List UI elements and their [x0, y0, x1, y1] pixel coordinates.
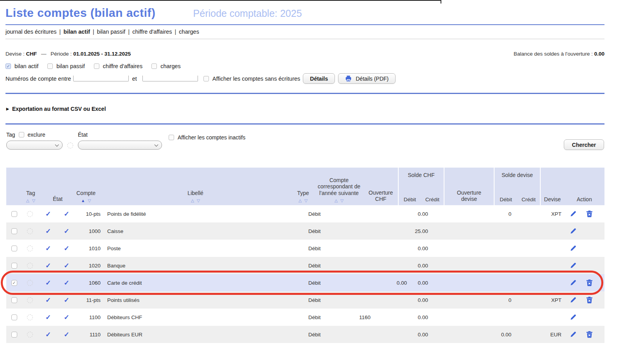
chiffre-affaires-checkbox[interactable] — [94, 63, 99, 69]
export-section-toggle[interactable]: ▶ Exportation au format CSV ou Excel — [6, 106, 604, 112]
details-pdf-label: Détails (PDF) — [356, 76, 389, 82]
nav-item-chiffre-affaires[interactable]: chiffre d'affaires — [132, 29, 172, 35]
tag-circle-icon[interactable] — [27, 314, 33, 320]
sort-desc-icon[interactable]: ▽ — [32, 199, 35, 203]
tag-circle-icon[interactable] — [27, 246, 33, 251]
cell-libelle: Carte de crédit — [102, 280, 301, 286]
header-correspondant: Compte correspondant de l'année suivante… — [315, 168, 364, 205]
nav-separator: | — [59, 29, 61, 35]
balance-value: 0.00 — [594, 51, 604, 57]
export-label: Exportation au format CSV ou Excel — [12, 106, 106, 112]
visible-check-icon: ✓ — [64, 262, 69, 270]
bilan-passif-label: bilan passif — [56, 63, 85, 69]
table-row: ✓✓1010PosteDébit0.00 — [6, 240, 604, 257]
window-top-edge-tick — [441, 0, 441, 4]
header-solde-chf-group: Solde CHF Débit Crédit — [398, 168, 444, 205]
sort-asc-icon[interactable]: △ — [26, 199, 29, 203]
tag-circle-icon[interactable] — [27, 228, 33, 234]
periode-label: Période : — [50, 51, 72, 57]
cell-compte: 10-pts — [74, 211, 102, 217]
table-body: ✓✓10-ptsPoints de fidélitéDébit0.000XPT✓… — [6, 205, 604, 343]
nav-item-journal[interactable]: journal des écritures — [5, 29, 57, 35]
row-select-checkbox[interactable] — [11, 314, 17, 320]
cell-devise: XPT — [540, 211, 563, 217]
details-pdf-button[interactable]: Détails (PDF) — [338, 73, 396, 84]
inactifs-checkbox[interactable] — [169, 135, 174, 140]
details-button[interactable]: Détails — [303, 73, 335, 84]
tag-circle-icon[interactable] — [27, 297, 33, 303]
tag-circle-icon[interactable] — [27, 332, 33, 338]
sort-desc-icon[interactable]: ▽ — [304, 199, 308, 203]
window-top-edge — [0, 0, 441, 1]
edit-icon[interactable] — [570, 296, 577, 303]
currency-period-info: Devise : CHF — Période : 01.01.2025 - 31… — [5, 51, 131, 57]
sort-asc-icon[interactable]: △ — [191, 199, 194, 203]
cell-libelle: Caisse — [102, 228, 301, 234]
table-row: ✓✓1110Débiteurs EURDébit0.000.00EUR — [6, 326, 604, 343]
sort-asc-icon[interactable]: △ — [299, 199, 302, 203]
sans-ecritures-checkbox[interactable] — [203, 76, 209, 81]
nav-item-bilan-passif[interactable]: bilan passif — [97, 29, 126, 35]
sort-desc-icon[interactable]: ▽ — [340, 199, 344, 203]
sort-desc-icon[interactable]: ▽ — [197, 199, 200, 203]
cell-solde-chf-debit: 0.00 — [411, 211, 434, 217]
tag-circle-icon[interactable] — [27, 211, 33, 217]
header-solde-devise-group: Solde devise Débit Crédit — [494, 168, 540, 205]
visible-check-icon: ✓ — [64, 227, 69, 235]
nav-item-charges[interactable]: charges — [179, 29, 199, 35]
cell-solde-chf-debit: 0.00 — [411, 263, 434, 269]
delete-icon[interactable] — [586, 210, 593, 217]
header-compte: Compte ▲▽ — [73, 168, 99, 205]
compte-to-input[interactable] — [142, 76, 198, 81]
row-select-checkbox[interactable] — [11, 228, 17, 234]
cell-correspondant: 1160 — [325, 314, 376, 320]
active-check-icon: ✓ — [45, 313, 51, 321]
edit-icon[interactable] — [570, 331, 577, 338]
row-select-checkbox[interactable] — [11, 263, 17, 269]
sort-asc-icon[interactable]: ▲ — [81, 199, 85, 203]
nav-separator: | — [175, 29, 176, 35]
cell-compte: 1060 — [74, 280, 102, 286]
tag-color-circle-icon[interactable] — [67, 143, 73, 148]
row-select-checkbox[interactable] — [11, 297, 17, 303]
bilan-passif-checkbox[interactable] — [47, 63, 53, 69]
visible-check-icon: ✓ — [64, 330, 69, 339]
table-header: Tag △▽ État Compte ▲▽ Libellé △▽ Type △▽… — [6, 168, 604, 205]
sort-asc-icon[interactable]: △ — [335, 199, 338, 203]
tag-exclure-checkbox[interactable] — [19, 132, 24, 137]
edit-icon[interactable] — [570, 210, 577, 217]
nav-item-bilan-actif[interactable]: bilan actif — [63, 29, 90, 35]
cell-compte: 1000 — [74, 228, 102, 234]
sort-desc-icon[interactable]: ▽ — [88, 199, 91, 203]
cell-ouverture-chf: 0.00 — [376, 280, 411, 286]
tag-circle-icon[interactable] — [27, 280, 33, 286]
edit-icon[interactable] — [570, 245, 577, 252]
row-select-checkbox[interactable] — [11, 246, 17, 251]
cell-compte: 1010 — [74, 246, 102, 251]
tag-select[interactable] — [6, 141, 63, 150]
edit-icon[interactable] — [570, 228, 577, 235]
charges-checkbox[interactable] — [151, 63, 157, 69]
edit-icon[interactable] — [570, 262, 577, 269]
row-select-checkbox[interactable]: ✓ — [11, 280, 17, 286]
delete-icon[interactable] — [586, 331, 593, 338]
cell-type: Débit — [301, 280, 325, 286]
etat-select[interactable] — [78, 141, 162, 150]
compte-from-input[interactable] — [73, 76, 129, 81]
accounting-period: Période comptable: 2025 — [193, 8, 302, 19]
cell-type: Débit — [301, 332, 325, 338]
row-select-checkbox[interactable] — [11, 332, 17, 338]
cell-devise: XPT — [540, 297, 563, 303]
edit-icon[interactable] — [570, 314, 577, 321]
printer-icon — [345, 75, 352, 82]
bilan-actif-checkbox[interactable]: ✓ — [5, 63, 11, 69]
tag-circle-icon[interactable] — [27, 263, 33, 269]
et-label: et — [132, 76, 137, 82]
divider — [5, 123, 604, 125]
row-select-checkbox[interactable] — [11, 211, 17, 217]
edit-icon[interactable] — [570, 279, 577, 286]
chercher-button[interactable]: Chercher — [564, 139, 604, 150]
cell-compte: 1020 — [74, 263, 102, 269]
delete-icon[interactable] — [586, 279, 593, 286]
delete-icon[interactable] — [586, 296, 593, 303]
